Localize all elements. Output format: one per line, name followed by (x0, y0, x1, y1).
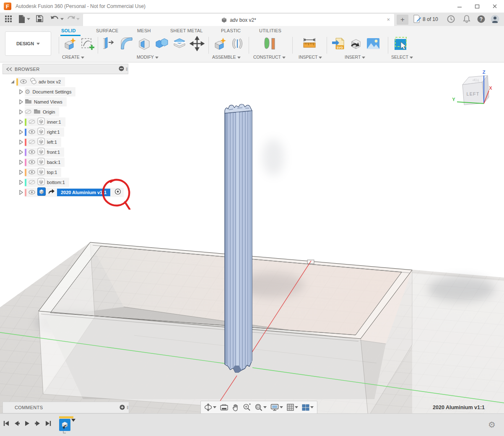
browser-row-origin[interactable]: Origin (3, 107, 128, 117)
expander-icon[interactable] (18, 190, 23, 195)
tab-sheet-metal[interactable]: SHEET METAL (170, 28, 203, 33)
combine-icon[interactable] (154, 36, 169, 51)
measure-icon[interactable] (302, 36, 317, 51)
timeline-feature-derive[interactable] (59, 416, 76, 436)
insert-svg-icon[interactable]: SVG (330, 36, 346, 51)
undo-button[interactable] (50, 15, 59, 23)
browser-row-root[interactable]: adv box v2 (3, 77, 128, 87)
workspace-selector[interactable]: DESIGN (5, 31, 51, 56)
undo-caret-icon[interactable] (60, 18, 64, 20)
history-clock-icon[interactable] (447, 15, 455, 25)
eye-visible-icon[interactable] (29, 169, 35, 176)
expander-icon[interactable] (18, 119, 23, 125)
shell-icon[interactable] (137, 36, 152, 51)
look-at-tool[interactable] (220, 404, 228, 411)
browser-display-toggle-icon[interactable] (119, 66, 124, 72)
minimize-button[interactable] (457, 4, 462, 9)
press-pull-icon[interactable] (101, 36, 117, 51)
expander-icon[interactable] (18, 140, 23, 145)
select-icon[interactable] (393, 36, 408, 51)
expander-icon[interactable] (18, 89, 23, 94)
pan-tool[interactable] (232, 404, 239, 411)
grid-settings-tool[interactable] (287, 404, 298, 411)
close-tab-icon[interactable]: × (387, 16, 390, 23)
move-icon[interactable] (190, 36, 205, 51)
timeline-step-forward-button[interactable] (35, 420, 41, 428)
collapse-panel-icon[interactable] (6, 67, 12, 71)
joint-icon[interactable] (230, 36, 245, 51)
comments-panel-header[interactable]: COMMENTS ‖ (3, 402, 129, 413)
panel-drag-handle[interactable]: ‖ (126, 67, 128, 72)
select-group-label[interactable]: SELECT (391, 54, 413, 60)
browser-row-component[interactable]: top:1 (3, 167, 128, 177)
close-button[interactable] (492, 4, 497, 9)
view-cube[interactable]: LEFT TOP Z Y X (452, 70, 492, 105)
orbit-tool[interactable] (204, 403, 216, 411)
eye-visible-icon[interactable] (29, 158, 35, 166)
create-group-label[interactable]: CREATE (62, 54, 84, 60)
tab-mesh[interactable]: MESH (137, 28, 151, 33)
browser-row-named-views[interactable]: Named Views (3, 97, 128, 107)
timeline-play-button[interactable] (24, 420, 30, 428)
panel-drag-handle[interactable]: ‖ (127, 405, 129, 410)
modify-group-label[interactable]: MODIFY (137, 54, 158, 60)
timeline-go-to-end-button[interactable] (45, 420, 51, 428)
save-button[interactable] (36, 15, 43, 24)
eye-hidden-icon[interactable] (29, 179, 35, 186)
user-avatar[interactable] (491, 15, 499, 25)
add-comment-icon[interactable] (120, 405, 125, 411)
split-body-icon[interactable] (172, 36, 187, 51)
redo-button[interactable] (67, 15, 75, 23)
tab-surface[interactable]: SURFACE (96, 28, 118, 33)
inspect-group-label[interactable]: INSPECT (299, 54, 322, 60)
construct-group-label[interactable]: CONSTRUCT (253, 54, 286, 60)
expander-icon[interactable] (18, 99, 23, 104)
display-settings-tool[interactable] (270, 404, 283, 411)
eye-hidden-icon[interactable] (29, 138, 35, 146)
browser-row-component[interactable]: back:1 (3, 157, 128, 167)
notifications-bell-icon[interactable] (463, 15, 470, 25)
fillet-icon[interactable] (119, 36, 134, 51)
browser-header[interactable]: BROWSER ‖ (3, 64, 128, 74)
browser-row-component[interactable]: inner:1 (3, 117, 128, 127)
expander-icon[interactable] (18, 160, 23, 165)
timeline-settings-gear-icon[interactable]: ⚙ (488, 420, 496, 430)
app-grid-icon[interactable] (5, 15, 13, 24)
construct-plane-icon[interactable] (262, 36, 278, 51)
browser-row-component[interactable]: front:1 (3, 147, 128, 157)
redo-caret-icon[interactable] (76, 18, 80, 20)
browser-row-component[interactable]: left:1 (3, 137, 128, 147)
browser-row-document-settings[interactable]: ⚙ Document Settings (3, 87, 128, 97)
insert-mesh-icon[interactable] (348, 36, 363, 51)
fit-view-tool[interactable] (255, 403, 267, 411)
eye-visible-icon[interactable] (29, 128, 35, 136)
tab-plastic[interactable]: PLASTIC (221, 28, 241, 33)
canvas-icon[interactable] (366, 36, 381, 51)
expander-icon[interactable] (18, 109, 23, 114)
eye-hidden-icon[interactable] (25, 108, 31, 116)
expander-icon[interactable] (18, 170, 23, 175)
timeline-step-back-button[interactable] (14, 420, 20, 428)
new-body-icon[interactable] (62, 36, 77, 51)
timeline-go-to-start-button[interactable] (3, 420, 9, 428)
browser-row-component[interactable]: right:1 (3, 127, 128, 137)
eye-visible-icon[interactable] (29, 189, 35, 196)
aluminium-extrusion-body[interactable] (225, 104, 252, 373)
expander-icon[interactable] (10, 80, 15, 84)
tab-utilities[interactable]: UTILITIES (259, 28, 281, 33)
eye-hidden-icon[interactable] (29, 118, 35, 126)
file-menu-caret-icon[interactable] (27, 18, 30, 20)
file-menu-icon[interactable] (18, 15, 25, 25)
new-tab-button[interactable]: + (397, 15, 408, 25)
assemble-group-label[interactable]: ASSEMBLE (212, 54, 241, 60)
viewports-tool[interactable] (302, 404, 314, 411)
zoom-tool[interactable] (243, 403, 251, 411)
new-component-icon[interactable] (212, 36, 227, 51)
tab-solid[interactable]: SOLID (61, 28, 76, 33)
eye-visible-icon[interactable] (29, 148, 35, 156)
maximize-button[interactable] (475, 4, 480, 9)
insert-group-label[interactable]: INSERT (345, 54, 365, 60)
expander-icon[interactable] (18, 130, 23, 135)
expander-icon[interactable] (18, 180, 23, 185)
create-sketch-icon[interactable] (80, 36, 95, 51)
